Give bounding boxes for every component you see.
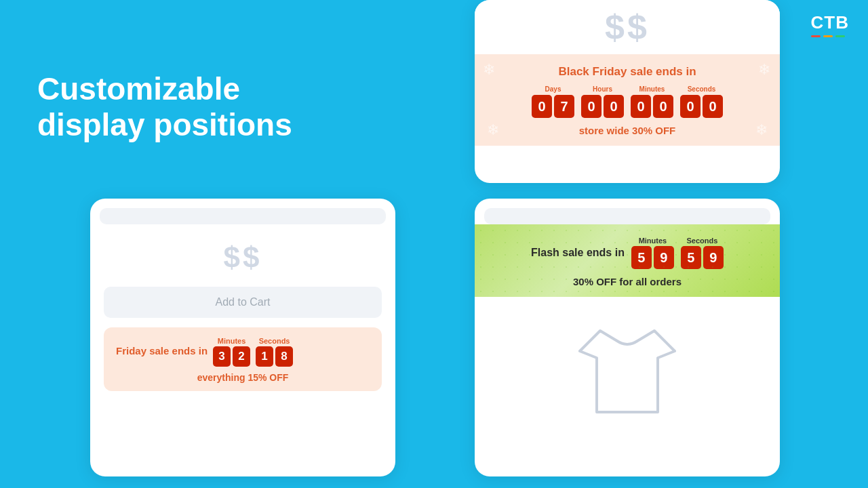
- friday-minutes-1: 2: [233, 346, 250, 367]
- minutes-digit-bf-1: 0: [653, 95, 673, 118]
- flash-sale-banner: Flash sale ends in Minutes 5 9 Seconds 5…: [475, 224, 780, 297]
- friday-minutes-group: Minutes 3 2: [213, 337, 250, 367]
- days-label: Days: [545, 85, 561, 93]
- flash-minutes-0: 5: [631, 246, 652, 269]
- logo-text: CTB: [811, 12, 849, 33]
- minutes-group-bf: Minutes 0 0: [631, 85, 673, 118]
- flash-sale-title: Flash sale ends in: [531, 247, 625, 259]
- flash-minutes-group: Minutes 5 9: [631, 237, 674, 269]
- hours-digit-0: 0: [581, 95, 601, 118]
- ctb-logo: CTB: [811, 12, 849, 37]
- card-bottom-left: $$ Add to Cart Friday sale ends in Minut…: [90, 199, 395, 476]
- flash-sale-subtitle: 30% OFF for all orders: [573, 276, 682, 287]
- snowflake-deco-4: ❄: [755, 121, 768, 139]
- seconds-digit-bf-1: 0: [703, 95, 723, 118]
- flash-title-row: Flash sale ends in Minutes 5 9 Seconds 5…: [531, 237, 724, 269]
- hours-group: Hours 0 0: [581, 85, 624, 118]
- snowflake-deco-3: ❄: [487, 121, 499, 139]
- black-friday-title: Black Friday sale ends in: [558, 65, 696, 79]
- friday-seconds-digits: 1 8: [256, 346, 293, 367]
- days-group: Days 0 7: [532, 85, 574, 118]
- add-to-cart-button[interactable]: Add to Cart: [104, 287, 382, 318]
- flash-seconds-group: Seconds 5 9: [681, 237, 724, 269]
- friday-minutes-label: Minutes: [218, 337, 246, 345]
- card-bottom-right: Flash sale ends in Minutes 5 9 Seconds 5…: [475, 199, 780, 476]
- hours-digit-1: 0: [604, 95, 624, 118]
- flash-minutes-label: Minutes: [639, 237, 667, 245]
- friday-seconds-0: 1: [256, 346, 273, 367]
- days-digits: 0 7: [532, 95, 574, 118]
- friday-seconds-group: Seconds 1 8: [256, 337, 293, 367]
- heading-line2: display positions: [37, 107, 292, 143]
- snowflake-deco-2: ❄: [758, 61, 770, 79]
- flash-minutes-1: 9: [654, 246, 674, 269]
- friday-seconds-1: 8: [275, 346, 293, 367]
- card-top-right: $$ ❄ ❄ ❄ ❄ Black Friday sale ends in Day…: [475, 0, 780, 183]
- friday-banner-subtitle: everything 15% OFF: [116, 372, 370, 383]
- seconds-digits-bf: 0 0: [680, 95, 723, 118]
- seconds-label-bf: Seconds: [688, 85, 716, 93]
- flash-seconds-0: 5: [681, 246, 701, 269]
- dollar-sign-left: $$: [224, 241, 262, 274]
- minutes-digits-bf: 0 0: [631, 95, 673, 118]
- friday-minutes-digits: 3 2: [213, 346, 250, 367]
- heading-line1: Customizable: [37, 71, 292, 107]
- friday-minutes-0: 3: [213, 346, 231, 367]
- card-top-right-header: $$: [475, 0, 780, 54]
- black-friday-countdown: Days 0 7 Hours 0 0 Minutes 0 0: [532, 85, 723, 118]
- flash-seconds-digits: 5 9: [681, 246, 724, 269]
- flash-seconds-1: 9: [703, 246, 724, 269]
- dollar-sign-top-right: $$: [605, 7, 650, 47]
- black-friday-subtitle: store wide 30% OFF: [579, 125, 676, 136]
- snowflake-deco-1: ❄: [483, 61, 495, 79]
- url-bar-right: [484, 208, 770, 224]
- days-digit-1: 7: [554, 95, 574, 118]
- main-heading: Customizable display positions: [37, 71, 292, 143]
- flash-minutes-digits: 5 9: [631, 246, 674, 269]
- product-area-left: $$ Add to Cart Friday sale ends in Minut…: [90, 224, 395, 401]
- friday-countdown-row: Friday sale ends in Minutes 3 2 Seconds …: [116, 337, 370, 367]
- black-friday-banner: ❄ ❄ ❄ ❄ Black Friday sale ends in Days 0…: [475, 54, 780, 146]
- friday-banner-title: Friday sale ends in: [116, 345, 208, 357]
- friday-seconds-label: Seconds: [259, 337, 290, 345]
- tshirt-area: [475, 297, 780, 439]
- hours-digits: 0 0: [581, 95, 624, 118]
- flash-seconds-label: Seconds: [686, 237, 717, 245]
- seconds-group-bf: Seconds 0 0: [680, 85, 723, 118]
- hours-label: Hours: [593, 85, 612, 93]
- minutes-label-bf: Minutes: [639, 85, 665, 93]
- days-digit-0: 0: [532, 95, 552, 118]
- minutes-digit-bf-0: 0: [631, 95, 651, 118]
- url-bar-left: [100, 208, 386, 224]
- friday-sale-banner: Friday sale ends in Minutes 3 2 Seconds …: [104, 327, 382, 391]
- tshirt-icon: [566, 317, 688, 426]
- seconds-digit-bf-0: 0: [680, 95, 701, 118]
